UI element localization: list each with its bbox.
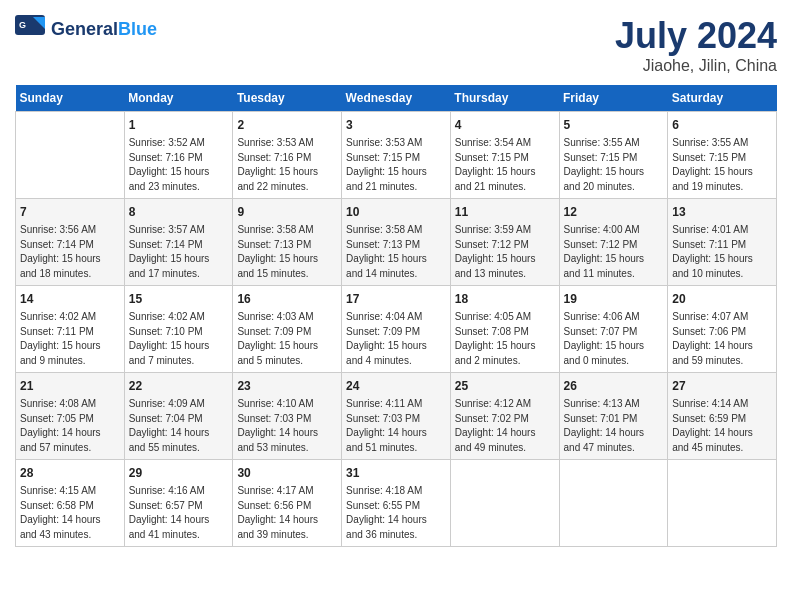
- day-number: 21: [20, 377, 120, 395]
- calendar-cell: 9Sunrise: 3:58 AM Sunset: 7:13 PM Daylig…: [233, 199, 342, 286]
- day-number: 22: [129, 377, 229, 395]
- day-info: Sunrise: 4:17 AM Sunset: 6:56 PM Dayligh…: [237, 484, 337, 542]
- calendar-week-row: 14Sunrise: 4:02 AM Sunset: 7:11 PM Dayli…: [16, 286, 777, 373]
- svg-text:G: G: [19, 20, 26, 30]
- day-number: 14: [20, 290, 120, 308]
- calendar-cell: 11Sunrise: 3:59 AM Sunset: 7:12 PM Dayli…: [450, 199, 559, 286]
- day-info: Sunrise: 4:03 AM Sunset: 7:09 PM Dayligh…: [237, 310, 337, 368]
- calendar-cell: 1Sunrise: 3:52 AM Sunset: 7:16 PM Daylig…: [124, 112, 233, 199]
- calendar-cell: 5Sunrise: 3:55 AM Sunset: 7:15 PM Daylig…: [559, 112, 668, 199]
- calendar-week-row: 28Sunrise: 4:15 AM Sunset: 6:58 PM Dayli…: [16, 460, 777, 547]
- day-number: 28: [20, 464, 120, 482]
- col-friday: Friday: [559, 85, 668, 112]
- day-info: Sunrise: 3:55 AM Sunset: 7:15 PM Dayligh…: [564, 136, 664, 194]
- day-number: 4: [455, 116, 555, 134]
- logo-icon: G: [15, 15, 47, 43]
- calendar-table: Sunday Monday Tuesday Wednesday Thursday…: [15, 85, 777, 547]
- calendar-week-row: 21Sunrise: 4:08 AM Sunset: 7:05 PM Dayli…: [16, 373, 777, 460]
- title-block: July 2024 Jiaohe, Jilin, China: [615, 15, 777, 75]
- calendar-cell: 14Sunrise: 4:02 AM Sunset: 7:11 PM Dayli…: [16, 286, 125, 373]
- day-info: Sunrise: 4:06 AM Sunset: 7:07 PM Dayligh…: [564, 310, 664, 368]
- calendar-cell: 26Sunrise: 4:13 AM Sunset: 7:01 PM Dayli…: [559, 373, 668, 460]
- day-number: 6: [672, 116, 772, 134]
- calendar-cell: 30Sunrise: 4:17 AM Sunset: 6:56 PM Dayli…: [233, 460, 342, 547]
- day-number: 8: [129, 203, 229, 221]
- day-number: 9: [237, 203, 337, 221]
- day-number: 3: [346, 116, 446, 134]
- day-info: Sunrise: 3:58 AM Sunset: 7:13 PM Dayligh…: [237, 223, 337, 281]
- location: Jiaohe, Jilin, China: [615, 57, 777, 75]
- calendar-cell: 17Sunrise: 4:04 AM Sunset: 7:09 PM Dayli…: [342, 286, 451, 373]
- day-info: Sunrise: 4:13 AM Sunset: 7:01 PM Dayligh…: [564, 397, 664, 455]
- calendar-cell: 3Sunrise: 3:53 AM Sunset: 7:15 PM Daylig…: [342, 112, 451, 199]
- day-info: Sunrise: 4:08 AM Sunset: 7:05 PM Dayligh…: [20, 397, 120, 455]
- calendar-cell: 19Sunrise: 4:06 AM Sunset: 7:07 PM Dayli…: [559, 286, 668, 373]
- day-number: 30: [237, 464, 337, 482]
- day-info: Sunrise: 3:56 AM Sunset: 7:14 PM Dayligh…: [20, 223, 120, 281]
- day-info: Sunrise: 4:15 AM Sunset: 6:58 PM Dayligh…: [20, 484, 120, 542]
- day-info: Sunrise: 4:02 AM Sunset: 7:10 PM Dayligh…: [129, 310, 229, 368]
- day-number: 10: [346, 203, 446, 221]
- day-number: 17: [346, 290, 446, 308]
- day-info: Sunrise: 4:01 AM Sunset: 7:11 PM Dayligh…: [672, 223, 772, 281]
- calendar-cell: 6Sunrise: 3:55 AM Sunset: 7:15 PM Daylig…: [668, 112, 777, 199]
- calendar-cell: 4Sunrise: 3:54 AM Sunset: 7:15 PM Daylig…: [450, 112, 559, 199]
- day-info: Sunrise: 3:53 AM Sunset: 7:16 PM Dayligh…: [237, 136, 337, 194]
- day-info: Sunrise: 4:04 AM Sunset: 7:09 PM Dayligh…: [346, 310, 446, 368]
- day-number: 20: [672, 290, 772, 308]
- calendar-cell: 20Sunrise: 4:07 AM Sunset: 7:06 PM Dayli…: [668, 286, 777, 373]
- day-number: 15: [129, 290, 229, 308]
- day-number: 25: [455, 377, 555, 395]
- day-info: Sunrise: 3:52 AM Sunset: 7:16 PM Dayligh…: [129, 136, 229, 194]
- day-info: Sunrise: 4:07 AM Sunset: 7:06 PM Dayligh…: [672, 310, 772, 368]
- month-title: July 2024: [615, 15, 777, 57]
- calendar-cell: 18Sunrise: 4:05 AM Sunset: 7:08 PM Dayli…: [450, 286, 559, 373]
- day-number: 26: [564, 377, 664, 395]
- calendar-cell: 22Sunrise: 4:09 AM Sunset: 7:04 PM Dayli…: [124, 373, 233, 460]
- col-tuesday: Tuesday: [233, 85, 342, 112]
- day-number: 16: [237, 290, 337, 308]
- day-info: Sunrise: 4:00 AM Sunset: 7:12 PM Dayligh…: [564, 223, 664, 281]
- calendar-week-row: 7Sunrise: 3:56 AM Sunset: 7:14 PM Daylig…: [16, 199, 777, 286]
- calendar-cell: 23Sunrise: 4:10 AM Sunset: 7:03 PM Dayli…: [233, 373, 342, 460]
- calendar-cell: [450, 460, 559, 547]
- logo: G GeneralBlue: [15, 15, 157, 43]
- calendar-cell: 31Sunrise: 4:18 AM Sunset: 6:55 PM Dayli…: [342, 460, 451, 547]
- col-saturday: Saturday: [668, 85, 777, 112]
- calendar-cell: 16Sunrise: 4:03 AM Sunset: 7:09 PM Dayli…: [233, 286, 342, 373]
- calendar-cell: 2Sunrise: 3:53 AM Sunset: 7:16 PM Daylig…: [233, 112, 342, 199]
- calendar-cell: 15Sunrise: 4:02 AM Sunset: 7:10 PM Dayli…: [124, 286, 233, 373]
- day-number: 2: [237, 116, 337, 134]
- col-thursday: Thursday: [450, 85, 559, 112]
- day-number: 12: [564, 203, 664, 221]
- calendar-week-row: 1Sunrise: 3:52 AM Sunset: 7:16 PM Daylig…: [16, 112, 777, 199]
- logo-general: General: [51, 19, 118, 39]
- day-info: Sunrise: 4:10 AM Sunset: 7:03 PM Dayligh…: [237, 397, 337, 455]
- day-info: Sunrise: 3:54 AM Sunset: 7:15 PM Dayligh…: [455, 136, 555, 194]
- day-number: 11: [455, 203, 555, 221]
- calendar-cell: 12Sunrise: 4:00 AM Sunset: 7:12 PM Dayli…: [559, 199, 668, 286]
- calendar-header-row: Sunday Monday Tuesday Wednesday Thursday…: [16, 85, 777, 112]
- day-number: 19: [564, 290, 664, 308]
- calendar-cell: 25Sunrise: 4:12 AM Sunset: 7:02 PM Dayli…: [450, 373, 559, 460]
- calendar-cell: 21Sunrise: 4:08 AM Sunset: 7:05 PM Dayli…: [16, 373, 125, 460]
- day-number: 5: [564, 116, 664, 134]
- calendar-cell: 7Sunrise: 3:56 AM Sunset: 7:14 PM Daylig…: [16, 199, 125, 286]
- calendar-cell: [559, 460, 668, 547]
- calendar-cell: [16, 112, 125, 199]
- day-info: Sunrise: 4:05 AM Sunset: 7:08 PM Dayligh…: [455, 310, 555, 368]
- col-monday: Monday: [124, 85, 233, 112]
- calendar-cell: [668, 460, 777, 547]
- day-number: 23: [237, 377, 337, 395]
- day-info: Sunrise: 3:53 AM Sunset: 7:15 PM Dayligh…: [346, 136, 446, 194]
- day-number: 13: [672, 203, 772, 221]
- day-number: 27: [672, 377, 772, 395]
- logo-blue: Blue: [118, 19, 157, 39]
- day-number: 7: [20, 203, 120, 221]
- day-number: 1: [129, 116, 229, 134]
- day-info: Sunrise: 4:12 AM Sunset: 7:02 PM Dayligh…: [455, 397, 555, 455]
- day-info: Sunrise: 4:09 AM Sunset: 7:04 PM Dayligh…: [129, 397, 229, 455]
- day-info: Sunrise: 4:11 AM Sunset: 7:03 PM Dayligh…: [346, 397, 446, 455]
- day-info: Sunrise: 3:59 AM Sunset: 7:12 PM Dayligh…: [455, 223, 555, 281]
- day-number: 24: [346, 377, 446, 395]
